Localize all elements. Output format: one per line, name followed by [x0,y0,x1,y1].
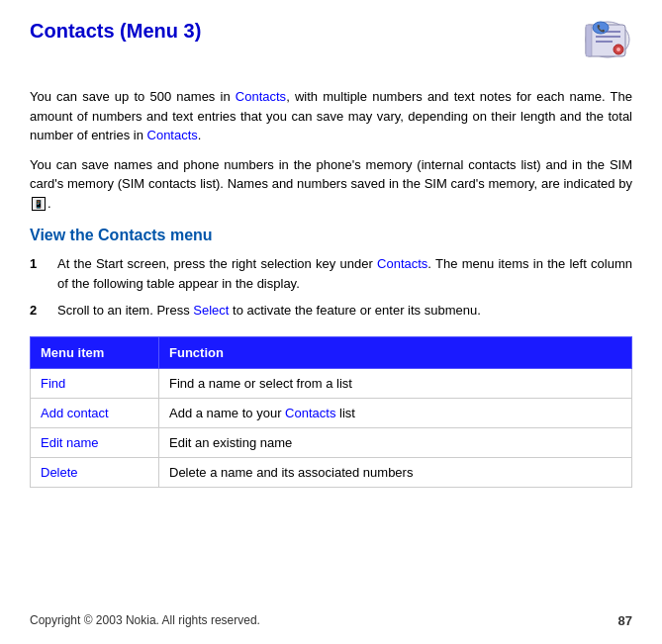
page-content: Contacts (Menu 3) 📞 Yo [30,20,632,488]
step-1-number: 1 [30,254,49,293]
table-row: Add contactAdd a name to your Contacts l… [31,398,632,427]
menu-item-cell: Delete [31,457,159,487]
function-cell: Edit an existing name [159,427,632,457]
step-2: 2 Scroll to an item. Press Select to act… [30,301,632,321]
menu-item-cell: Find [31,368,159,398]
intro-paragraph-2: You can save names and phone numbers in … [30,155,632,214]
svg-rect-2 [586,25,592,56]
copyright-text: Copyright © 2003 Nokia. All rights reser… [30,613,260,628]
page-number: 87 [618,613,632,628]
svg-text:📞: 📞 [597,24,606,33]
contacts-link-table: Contacts [285,406,335,420]
contacts-link-2: Contacts [147,128,198,142]
page-footer: Copyright © 2003 Nokia. All rights reser… [0,613,662,628]
function-cell: Find a name or select from a list [159,368,632,398]
step-2-text: Scroll to an item. Press Select to activ… [57,301,481,321]
function-cell: Add a name to your Contacts list [159,398,632,427]
table-row: DeleteDelete a name and its associated n… [31,457,632,487]
col-menu-item-header: Menu item [31,336,159,368]
step-1: 1 At the Start screen, press the right s… [30,254,632,293]
page-title: Contacts (Menu 3) [30,20,201,43]
step-1-text: At the Start screen, press the right sel… [57,254,632,293]
col-function-header: Function [159,336,632,368]
intro-paragraph-1: You can save up to 500 names in Contacts… [30,87,632,145]
svg-point-9 [616,47,620,51]
menu-item-cell: Edit name [31,427,159,457]
steps-list: 1 At the Start screen, press the right s… [30,254,632,321]
table-header-row: Menu item Function [31,336,632,368]
contacts-table: Menu item Function FindFind a name or se… [30,336,632,488]
contacts-link-1: Contacts [236,89,286,104]
main-title-row: Contacts (Menu 3) 📞 [30,20,632,79]
menu-item-cell: Add contact [31,398,159,427]
select-link: Select [193,303,229,318]
function-cell: Delete a name and its associated numbers [159,457,632,487]
contacts-link-3: Contacts [377,256,427,271]
table-row: Edit nameEdit an existing name [31,427,632,457]
step-2-number: 2 [30,301,49,321]
nokia-icon: 📞 [553,20,632,79]
table-row: FindFind a name or select from a list [31,368,632,398]
section-title: View the Contacts menu [30,227,632,244]
sim-icon: 📱 [32,197,46,211]
